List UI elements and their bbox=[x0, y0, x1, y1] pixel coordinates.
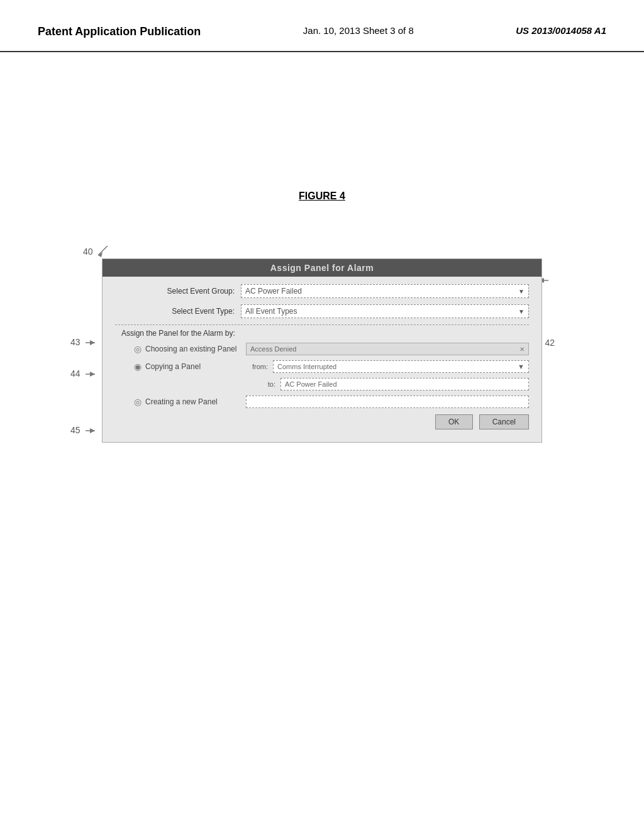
ok-button[interactable]: OK bbox=[435, 414, 473, 429]
event-group-dropdown[interactable]: AC Power Failed ▼ bbox=[241, 284, 529, 298]
dialog-body: Select Event Group: AC Power Failed ▼ Se… bbox=[103, 277, 541, 442]
option2-to-field[interactable]: AC Power Failed bbox=[280, 378, 529, 390]
publication-title: Patent Application Publication bbox=[38, 25, 201, 38]
option3-radio-icon[interactable]: ◎ bbox=[134, 397, 142, 407]
event-type-arrow-icon: ▼ bbox=[518, 308, 525, 315]
cancel-button[interactable]: Cancel bbox=[479, 414, 529, 429]
button-row: OK Cancel bbox=[115, 414, 529, 434]
option2-from-group: from: Comms Interrupted ▼ bbox=[246, 360, 529, 373]
option1-close-icon: ✕ bbox=[519, 346, 525, 353]
divider bbox=[115, 324, 529, 325]
event-type-row: Select Event Type: All Event Types ▼ bbox=[115, 304, 529, 318]
sheet-info: Jan. 10, 2013 Sheet 3 of 8 bbox=[303, 25, 414, 36]
to-label: to: bbox=[253, 380, 275, 388]
assign-panel-dialog: Assign Panel for Alarm Select Event Grou… bbox=[102, 258, 542, 443]
dialog-title-bar: Assign Panel for Alarm bbox=[103, 259, 541, 277]
dialog-title: Assign Panel for Alarm bbox=[270, 263, 374, 273]
event-group-row: Select Event Group: AC Power Failed ▼ bbox=[115, 284, 529, 298]
option1-row: ◎ Choosing an existing Panel Access Deni… bbox=[115, 343, 529, 355]
ref-number-45: 45 bbox=[70, 425, 101, 436]
option1-value: Access Denied bbox=[250, 345, 296, 353]
patent-number: US 2013/0014058 A1 bbox=[516, 25, 606, 36]
option3-field-group bbox=[246, 396, 529, 408]
diagram-area: 40 41 42 43 44 45 bbox=[102, 240, 542, 504]
event-type-label: Select Event Type: bbox=[115, 307, 241, 316]
ref-number-43: 43 bbox=[70, 337, 101, 348]
event-type-value: All Event Types bbox=[245, 307, 297, 316]
option1-label: Choosing an existing Panel bbox=[145, 345, 246, 353]
option3-field[interactable] bbox=[246, 396, 529, 408]
option2-from-field[interactable]: Comms Interrupted ▼ bbox=[273, 360, 529, 373]
event-type-dropdown[interactable]: All Event Types ▼ bbox=[241, 304, 529, 318]
page-header: Patent Application Publication Jan. 10, … bbox=[0, 0, 644, 52]
from-label: from: bbox=[246, 363, 268, 370]
svg-marker-11 bbox=[90, 428, 95, 433]
svg-marker-7 bbox=[90, 340, 95, 345]
option2-to-row: to: AC Power Failed bbox=[115, 378, 529, 390]
option3-row: ◎ Creating a new Panel bbox=[115, 396, 529, 408]
figure-label: FIGURE 4 bbox=[0, 191, 644, 202]
option1-field-group: Access Denied ✕ bbox=[246, 343, 529, 355]
option2-to-value: AC Power Failed bbox=[285, 380, 337, 388]
option2-from-arrow-icon: ▼ bbox=[518, 363, 525, 370]
event-group-label: Select Event Group: bbox=[115, 287, 241, 296]
option1-radio-icon[interactable]: ◎ bbox=[134, 344, 142, 354]
event-group-value: AC Power Failed bbox=[245, 287, 302, 296]
option2-from-value: Comms Interrupted bbox=[277, 363, 336, 370]
svg-marker-9 bbox=[90, 372, 95, 377]
assign-label: Assign the Panel for the Alarm by: bbox=[115, 329, 529, 338]
svg-line-0 bbox=[98, 246, 108, 255]
ref-number-44: 44 bbox=[70, 368, 101, 379]
ref-number-40: 40 bbox=[83, 246, 114, 258]
option3-label: Creating a new Panel bbox=[145, 397, 246, 406]
option2-label: Copying a Panel bbox=[145, 362, 246, 371]
option2-row: ◉ Copying a Panel from: Comms Interrupte… bbox=[115, 360, 529, 373]
option2-radio-icon[interactable]: ◉ bbox=[134, 362, 142, 372]
event-group-arrow-icon: ▼ bbox=[518, 288, 525, 295]
option1-field: Access Denied ✕ bbox=[246, 343, 529, 355]
